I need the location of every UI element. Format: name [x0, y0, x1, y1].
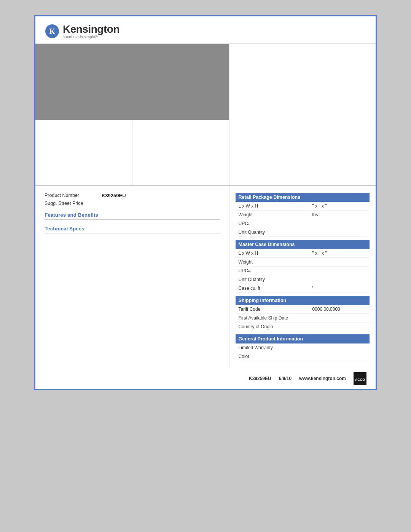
retail-package-table: Retail Package Dimensions L x W x H " x … [236, 193, 370, 237]
master-dimensions-label: L x W x H [236, 249, 309, 258]
master-upc-value [309, 267, 370, 275]
tariff-label: Tariff Code [236, 305, 309, 314]
sub-image-section [35, 120, 376, 186]
shipping-header-row: Shipping Information [236, 296, 370, 305]
color-label: Color [236, 352, 309, 361]
general-table: General Product Information Limited Warr… [236, 334, 370, 361]
warranty-label: Limited Warranty [236, 343, 309, 352]
product-number-value: K39259EU [102, 193, 126, 198]
retail-header: Retail Package Dimensions [236, 193, 370, 202]
general-header-row: General Product Information [236, 334, 370, 343]
retail-upc-row: UPC# [236, 219, 370, 228]
retail-weight-value: lbs. [309, 211, 370, 219]
acco-logo: ACCO [354, 372, 366, 385]
master-case-table: Master Case Dimensions L x W x H " x " x… [236, 240, 370, 293]
page-wrapper: K Kensington smart made simple® Product … [34, 15, 377, 390]
price-row: Sugg. Street Price [45, 201, 220, 206]
svg-text:ACCO: ACCO [355, 378, 365, 382]
product-number-row: Product Number K39259EU [45, 193, 220, 198]
sub-image-right [229, 120, 376, 185]
kensington-logo-icon: K [45, 24, 60, 39]
ship-date-label: First Available Ship Date [236, 314, 309, 323]
price-label: Sugg. Street Price [45, 201, 94, 206]
master-weight-label: Weight [236, 258, 309, 267]
product-image-secondary [229, 44, 376, 120]
master-dimensions-value: " x " x " [309, 249, 370, 258]
footer: K39259EU 6/9/10 www.kensington.com ACCO [35, 368, 376, 389]
image-section [35, 43, 376, 120]
retail-upc-value [309, 219, 370, 228]
product-number-label: Product Number [45, 193, 94, 198]
general-header: General Product Information [236, 334, 370, 343]
master-case-cu-label: Case cu. ft. [236, 284, 309, 293]
shipping-header: Shipping Information [236, 296, 370, 305]
footer-website: www.kensington.com [299, 376, 346, 381]
tariff-value: 0000.00.0000 [309, 305, 370, 314]
country-value [309, 323, 370, 331]
warranty-row: Limited Warranty [236, 343, 370, 352]
retail-weight-label: Weight [236, 211, 309, 219]
ship-date-row: First Available Ship Date [236, 314, 370, 323]
brand-name: Kensington [63, 23, 119, 35]
features-heading: Features and Benefits [45, 212, 220, 220]
retail-unit-qty-value [309, 228, 370, 237]
master-case-cu-row: Case cu. ft. ' [236, 284, 370, 293]
color-value [309, 352, 370, 361]
retail-dimensions-value: " x " x " [309, 202, 370, 211]
master-upc-label: UPC# [236, 267, 309, 275]
master-weight-value [309, 258, 370, 267]
brand-tagline: smart made simple® [63, 35, 119, 39]
country-row: Country of Origin [236, 323, 370, 331]
logo-text-area: Kensington smart made simple® [63, 23, 119, 39]
ship-date-value [309, 314, 370, 323]
master-header: Master Case Dimensions [236, 240, 370, 249]
main-content: Product Number K39259EU Sugg. Street Pri… [35, 186, 376, 368]
retail-weight-row: Weight lbs. [236, 211, 370, 219]
country-label: Country of Origin [236, 323, 309, 331]
retail-upc-label: UPC# [236, 219, 309, 228]
master-dimensions-row: L x W x H " x " x " [236, 249, 370, 258]
logo-area: K Kensington smart made simple® [45, 23, 366, 39]
warranty-value [309, 343, 370, 352]
sub-image-middle [132, 120, 229, 185]
color-row: Color [236, 352, 370, 361]
retail-unit-qty-label: Unit Quantity [236, 228, 309, 237]
footer-product-code: K39259EU [249, 376, 271, 381]
master-unit-qty-value [309, 275, 370, 284]
master-upc-row: UPC# [236, 267, 370, 275]
svg-text:K: K [49, 27, 55, 35]
retail-dimensions-label: L x W x H [236, 202, 309, 211]
master-header-row: Master Case Dimensions [236, 240, 370, 249]
sub-image-left [35, 120, 132, 185]
tariff-row: Tariff Code 0000.00.0000 [236, 305, 370, 314]
product-image-main [35, 44, 229, 120]
footer-date: 6/9/10 [279, 376, 292, 381]
master-case-cu-value: ' [309, 284, 370, 293]
header: K Kensington smart made simple® [35, 16, 376, 43]
master-unit-qty-label: Unit Quantity [236, 275, 309, 284]
retail-unit-qty-row: Unit Quantity [236, 228, 370, 237]
master-unit-qty-row: Unit Quantity [236, 275, 370, 284]
shipping-table: Shipping Information Tariff Code 0000.00… [236, 296, 370, 331]
technical-heading: Technical Specs [45, 226, 220, 233]
master-weight-row: Weight [236, 258, 370, 267]
left-column: Product Number K39259EU Sugg. Street Pri… [35, 186, 229, 368]
right-column: Retail Package Dimensions L x W x H " x … [229, 186, 376, 368]
retail-dimensions-row: L x W x H " x " x " [236, 202, 370, 211]
retail-header-row: Retail Package Dimensions [236, 193, 370, 202]
